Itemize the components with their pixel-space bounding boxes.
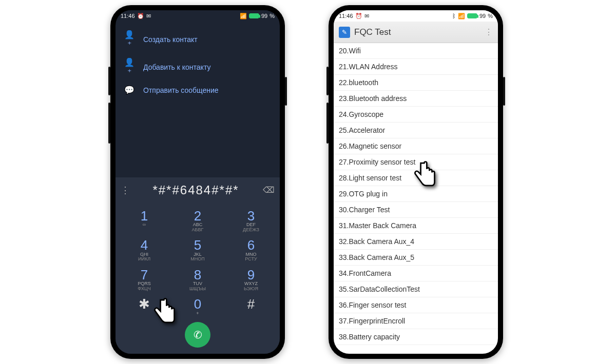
list-item[interactable]: 38.Battery capacity [334, 329, 498, 345]
key-1[interactable]: 1∞ [118, 206, 171, 235]
backspace-icon[interactable]: ⌫ [263, 185, 275, 195]
key-star[interactable]: ✱ [118, 294, 171, 319]
battery-unit: % [488, 13, 493, 19]
key-5[interactable]: 5JKLМНОП [171, 235, 224, 265]
status-bar: 11:46 ⏰ ✉ ᛒ 📶 99 % [334, 10, 498, 22]
message-icon: 💬 [124, 85, 135, 95]
volume-down-button[interactable] [326, 103, 329, 144]
list-item[interactable]: 22.bluetooth [334, 75, 498, 91]
phone-icon: ✆ [194, 329, 202, 341]
clock: 11:46 [121, 13, 135, 19]
list-item[interactable]: 26.Magnetic sensor [334, 138, 498, 154]
call-button[interactable]: ✆ [185, 322, 210, 348]
dial-keypad: 1∞ 2ABCАБВГ 3DEFДЕЁЖЗ 4GHIИЙКЛ 5JKLМНОП … [116, 203, 280, 354]
list-item[interactable]: 33.Back Camera Aux_5 [334, 250, 498, 266]
fqc-header: ✎ FQC Test ⋮ [334, 22, 498, 43]
more-menu-icon[interactable]: ⋮ [121, 185, 129, 196]
add-to-contact-item[interactable]: 👤⁺ Добавить к контакту [119, 53, 277, 81]
menu-label: Добавить к контакту [143, 63, 210, 71]
list-item[interactable]: 27.Proximity sensor test [334, 154, 498, 170]
overflow-menu-icon[interactable]: ⋮ [485, 27, 493, 37]
bluetooth-icon: ᛒ [452, 13, 456, 19]
clock: 11:46 [339, 13, 353, 19]
key-2[interactable]: 2ABCАБВГ [171, 206, 224, 235]
key-4[interactable]: 4GHIИЙКЛ [118, 235, 171, 265]
list-item[interactable]: 34.FrontCamera [334, 266, 498, 281]
key-hash[interactable]: # [224, 294, 278, 319]
list-item[interactable]: 28.Light sensor test [334, 170, 498, 186]
list-item[interactable]: 30.Charger Test [334, 202, 498, 218]
battery-unit: % [270, 13, 275, 19]
key-7[interactable]: 7PQRSФХЦЧ [118, 265, 171, 294]
volume-up-button[interactable] [108, 67, 110, 95]
phone-mockup-dialer: 11:46 ⏰ ✉ 📶 99 % 👤⁺ Создать контакт 👤⁺ Д… [110, 5, 285, 359]
power-button[interactable] [285, 77, 287, 106]
send-message-item[interactable]: 💬 Отправить сообщение [119, 81, 277, 99]
volume-down-button[interactable] [108, 103, 110, 144]
battery-icon [467, 13, 477, 18]
battery-percent: 99 [479, 13, 486, 19]
list-item[interactable]: 29.OTG plug in [334, 186, 498, 202]
dial-input-row: ⋮ *#*#6484#*#* ⌫ [116, 177, 280, 203]
power-button[interactable] [503, 77, 505, 106]
fqc-list[interactable]: 20.Wifi 21.WLAN Address 22.bluetooth 23.… [334, 43, 498, 354]
list-item[interactable]: 37.FingerprintEncroll [334, 313, 498, 329]
list-item[interactable]: 24.Gyroscope [334, 107, 498, 123]
contact-actions-menu: 👤⁺ Создать контакт 👤⁺ Добавить к контакт… [116, 22, 280, 103]
person-add-icon: 👤⁺ [124, 57, 135, 77]
list-item[interactable]: 21.WLAN Address [334, 59, 498, 75]
app-icon: ✎ [339, 27, 350, 38]
key-6[interactable]: 6MNOРСТУ [224, 235, 278, 265]
signal-icon: 📶 [240, 13, 247, 19]
list-item[interactable]: 36.Finger sensor test [334, 297, 498, 313]
menu-label: Отправить сообщение [143, 86, 219, 94]
create-contact-item[interactable]: 👤⁺ Создать контакт [119, 26, 277, 53]
signal-icon: 📶 [458, 13, 465, 19]
battery-icon [249, 13, 259, 18]
list-item[interactable]: 32.Back Camera Aux_4 [334, 234, 498, 250]
volume-up-button[interactable] [326, 67, 329, 95]
battery-percent: 99 [261, 13, 267, 19]
person-add-icon: 👤⁺ [124, 30, 135, 49]
list-item[interactable]: 23.Bluetooth address [334, 91, 498, 107]
menu-label: Создать контакт [143, 35, 198, 44]
key-8[interactable]: 8TUVШЩЪЫ [171, 265, 224, 294]
key-3[interactable]: 3DEFДЕЁЖЗ [224, 206, 278, 235]
list-item[interactable]: 35.SarDataCollectionTest [334, 281, 498, 297]
list-item[interactable]: 20.Wifi [334, 43, 498, 59]
phone-mockup-fqc: 11:46 ⏰ ✉ ᛒ 📶 99 % ✎ FQC Test ⋮ 20.Wifi … [329, 5, 503, 359]
mail-icon: ✉ [146, 13, 151, 19]
key-0[interactable]: 0+ [171, 294, 224, 319]
alarm-icon: ⏰ [355, 13, 362, 19]
app-title: FQC Test [354, 27, 391, 37]
dial-input: *#*#6484#*#* [129, 183, 263, 197]
mail-icon: ✉ [364, 13, 369, 19]
list-item[interactable]: 31.Master Back Camera [334, 218, 498, 234]
status-bar: 11:46 ⏰ ✉ 📶 99 % [116, 10, 280, 22]
list-item[interactable]: 25.Accelerator [334, 123, 498, 138]
alarm-icon: ⏰ [137, 13, 144, 19]
key-9[interactable]: 9WXYZЬЭЮЯ [224, 265, 278, 294]
